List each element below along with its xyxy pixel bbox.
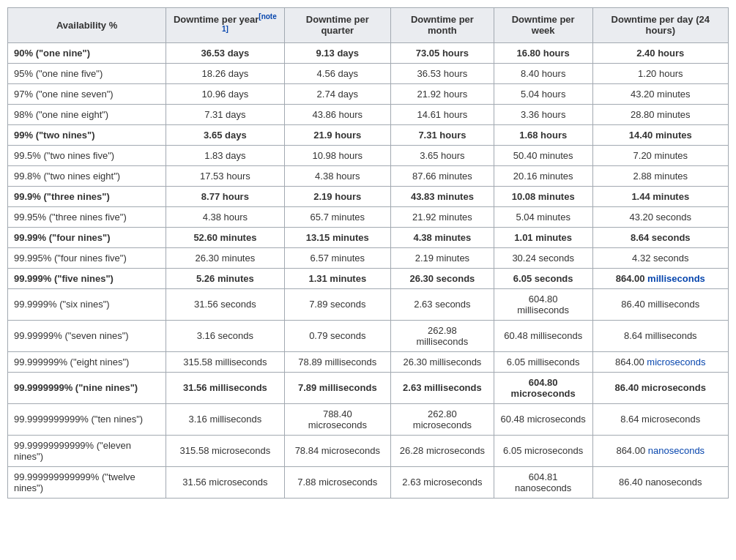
cell-day: 864.00 microseconds bbox=[592, 351, 728, 372]
cell-availability: 99.9999999999% ("ten nines") bbox=[8, 403, 166, 435]
cell-day: 2.88 minutes bbox=[592, 165, 728, 186]
cell-availability: 99.9999% ("six nines") bbox=[8, 288, 166, 320]
cell-availability: 99.5% ("two nines five") bbox=[8, 145, 166, 165]
cell-day: 86.40 microseconds bbox=[592, 372, 728, 403]
cell-day: 28.80 minutes bbox=[592, 104, 728, 124]
cell-quarter: 7.89 milliseconds bbox=[284, 372, 390, 403]
cell-availability: 95% ("one nine five") bbox=[8, 63, 166, 83]
cell-quarter: 13.15 minutes bbox=[284, 227, 390, 247]
table-row: 99.9% ("three nines")8.77 hours2.19 hour… bbox=[8, 186, 729, 206]
cell-week: 604.81 nanoseconds bbox=[494, 466, 592, 498]
note-ref: [note 1] bbox=[222, 12, 277, 33]
table-row: 99.5% ("two nines five")1.83 days10.98 h… bbox=[8, 145, 729, 165]
unit-link[interactable]: milliseconds bbox=[647, 273, 705, 284]
cell-year: 52.60 minutes bbox=[166, 227, 284, 247]
cell-week: 30.24 seconds bbox=[494, 247, 592, 268]
cell-day: 864.00 nanoseconds bbox=[592, 435, 728, 466]
cell-availability: 99.99% ("four nines") bbox=[8, 227, 166, 247]
cell-year: 10.96 days bbox=[166, 83, 284, 104]
cell-month: 87.66 minutes bbox=[390, 165, 494, 186]
cell-quarter: 78.84 microseconds bbox=[284, 435, 390, 466]
cell-month: 2.63 seconds bbox=[390, 288, 494, 320]
table-row: 99.999999% ("eight nines")315.58 millise… bbox=[8, 351, 729, 372]
cell-month: 14.61 hours bbox=[390, 104, 494, 124]
cell-day: 2.40 hours bbox=[592, 42, 728, 63]
cell-availability: 99.9% ("three nines") bbox=[8, 186, 166, 206]
cell-month: 3.65 hours bbox=[390, 145, 494, 165]
cell-week: 3.36 hours bbox=[494, 104, 592, 124]
cell-quarter: 9.13 days bbox=[284, 42, 390, 63]
table-row: 99.999% ("five nines")5.26 minutes1.31 m… bbox=[8, 268, 729, 288]
cell-quarter: 10.98 hours bbox=[284, 145, 390, 165]
cell-year: 26.30 minutes bbox=[166, 247, 284, 268]
cell-year: 18.26 days bbox=[166, 63, 284, 83]
cell-year: 36.53 days bbox=[166, 42, 284, 63]
cell-day: 43.20 seconds bbox=[592, 206, 728, 227]
table-row: 99.9999% ("six nines")31.56 seconds7.89 … bbox=[8, 288, 729, 320]
cell-day: 43.20 minutes bbox=[592, 83, 728, 104]
table-row: 99.9999999999% ("ten nines")3.16 millise… bbox=[8, 403, 729, 435]
cell-month: 262.98milliseconds bbox=[390, 320, 494, 351]
header-availability: Availability % bbox=[8, 8, 166, 43]
cell-month: 7.31 hours bbox=[390, 124, 494, 145]
cell-week: 10.08 minutes bbox=[494, 186, 592, 206]
cell-quarter: 65.7 minutes bbox=[284, 206, 390, 227]
cell-week: 8.40 hours bbox=[494, 63, 592, 83]
cell-quarter: 43.86 hours bbox=[284, 104, 390, 124]
cell-availability: 99.8% ("two nines eight") bbox=[8, 165, 166, 186]
cell-week: 604.80microseconds bbox=[494, 372, 592, 403]
cell-quarter: 7.89 seconds bbox=[284, 288, 390, 320]
unit-link[interactable]: microseconds bbox=[647, 356, 705, 367]
header-quarter: Downtime per quarter bbox=[284, 8, 390, 43]
cell-year: 7.31 days bbox=[166, 104, 284, 124]
cell-day: 86.40 nanoseconds bbox=[592, 466, 728, 498]
cell-day: 1.20 hours bbox=[592, 63, 728, 83]
cell-day: 8.64 microseconds bbox=[592, 403, 728, 435]
cell-availability: 99.999% ("five nines") bbox=[8, 268, 166, 288]
cell-availability: 99.95% ("three nines five") bbox=[8, 206, 166, 227]
cell-week: 6.05 microseconds bbox=[494, 435, 592, 466]
cell-availability: 90% ("one nine") bbox=[8, 42, 166, 63]
cell-month: 43.83 minutes bbox=[390, 186, 494, 206]
cell-week: 60.48 milliseconds bbox=[494, 320, 592, 351]
cell-quarter: 2.74 days bbox=[284, 83, 390, 104]
cell-week: 5.04 minutes bbox=[494, 206, 592, 227]
cell-year: 8.77 hours bbox=[166, 186, 284, 206]
cell-week: 60.48 microseconds bbox=[494, 403, 592, 435]
cell-week: 6.05 seconds bbox=[494, 268, 592, 288]
cell-week: 1.68 hours bbox=[494, 124, 592, 145]
cell-quarter: 2.19 hours bbox=[284, 186, 390, 206]
cell-availability: 99.99999999999% ("eleven nines") bbox=[8, 435, 166, 466]
cell-year: 5.26 minutes bbox=[166, 268, 284, 288]
cell-availability: 99.9999999% ("nine nines") bbox=[8, 372, 166, 403]
cell-month: 2.63 milliseconds bbox=[390, 372, 494, 403]
table-row: 98% ("one nine eight")7.31 days43.86 hou… bbox=[8, 104, 729, 124]
cell-quarter: 6.57 minutes bbox=[284, 247, 390, 268]
cell-quarter: 21.9 hours bbox=[284, 124, 390, 145]
table-row: 99.9999999% ("nine nines")31.56 millisec… bbox=[8, 372, 729, 403]
cell-year: 315.58 microseconds bbox=[166, 435, 284, 466]
cell-day: 8.64 milliseconds bbox=[592, 320, 728, 351]
unit-link[interactable]: nanoseconds bbox=[648, 445, 705, 456]
header-year: Downtime per year[note 1] bbox=[166, 8, 284, 43]
table-row: 99.999999999999% ("twelve nines")31.56 m… bbox=[8, 466, 729, 498]
table-row: 99.8% ("two nines eight")17.53 hours4.38… bbox=[8, 165, 729, 186]
cell-day: 7.20 minutes bbox=[592, 145, 728, 165]
cell-week: 16.80 hours bbox=[494, 42, 592, 63]
cell-year: 3.16 seconds bbox=[166, 320, 284, 351]
table-row: 99.95% ("three nines five")4.38 hours65.… bbox=[8, 206, 729, 227]
cell-availability: 99% ("two nines") bbox=[8, 124, 166, 145]
cell-year: 1.83 days bbox=[166, 145, 284, 165]
cell-quarter: 1.31 minutes bbox=[284, 268, 390, 288]
cell-month: 26.28 microseconds bbox=[390, 435, 494, 466]
cell-week: 5.04 hours bbox=[494, 83, 592, 104]
cell-month: 26.30 milliseconds bbox=[390, 351, 494, 372]
cell-month: 2.19 minutes bbox=[390, 247, 494, 268]
cell-week: 604.80milliseconds bbox=[494, 288, 592, 320]
cell-day: 14.40 minutes bbox=[592, 124, 728, 145]
cell-quarter: 4.38 hours bbox=[284, 165, 390, 186]
cell-week: 1.01 minutes bbox=[494, 227, 592, 247]
cell-month: 2.63 microseconds bbox=[390, 466, 494, 498]
cell-day: 86.40 milliseconds bbox=[592, 288, 728, 320]
cell-month: 73.05 hours bbox=[390, 42, 494, 63]
